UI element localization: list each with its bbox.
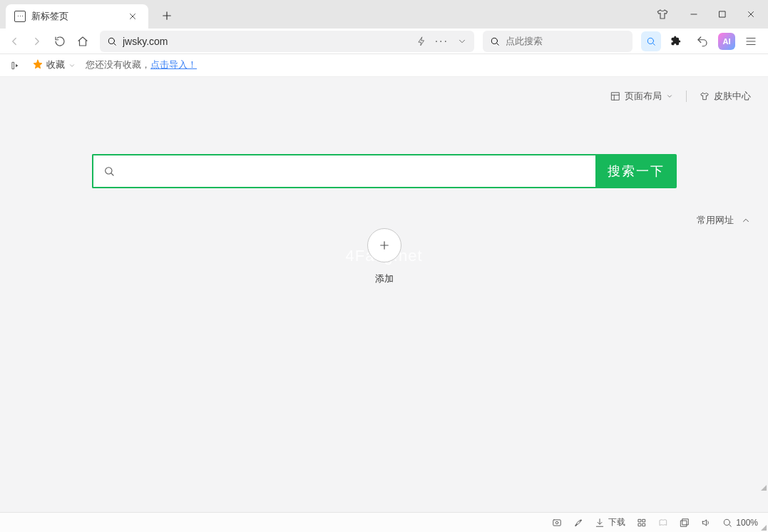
more-icon[interactable]: ··· <box>435 35 449 48</box>
svg-point-8 <box>556 521 559 524</box>
svg-point-15 <box>725 519 730 525</box>
chevron-down-icon[interactable] <box>457 36 467 46</box>
svg-point-1 <box>108 38 114 44</box>
favorites-label: 收藏 <box>46 59 65 71</box>
close-window-button[interactable] <box>737 4 765 24</box>
download-label: 下载 <box>608 516 625 528</box>
nav-toolbar: ··· AI <box>0 29 768 54</box>
url-input[interactable] <box>123 36 411 47</box>
skin-option[interactable]: 皮肤中心 <box>700 90 751 103</box>
frequent-sites-toggle[interactable]: 常用网址 <box>697 214 751 227</box>
extensions-button[interactable] <box>667 31 687 51</box>
layout-option[interactable]: 页面布局 <box>610 90 673 103</box>
reader-button[interactable] <box>658 518 668 528</box>
minimize-button[interactable] <box>680 4 708 24</box>
page-top-options: 页面布局 皮肤中心 <box>610 90 751 103</box>
svg-rect-9 <box>639 519 642 522</box>
svg-point-3 <box>647 38 653 44</box>
forward-button[interactable] <box>27 31 47 51</box>
apps-button[interactable] <box>637 518 647 528</box>
star-icon <box>33 59 43 71</box>
ai-button[interactable]: AI <box>718 33 735 50</box>
layout-label: 页面布局 <box>625 90 662 103</box>
rocket-button[interactable] <box>573 518 583 528</box>
search-submit-button[interactable]: 搜索一下 <box>595 154 677 188</box>
bookmarks-bar: 收藏 您还没有收藏，点击导入！ <box>0 54 768 77</box>
page-content: 页面布局 皮肤中心 搜索一下 常用网址 4Fang.net 添加 <box>0 77 768 512</box>
svg-rect-10 <box>642 519 645 522</box>
zoom-control[interactable]: 100% <box>722 518 758 528</box>
svg-rect-11 <box>639 523 642 526</box>
svg-rect-14 <box>681 521 687 526</box>
browser-tab[interactable]: ⋯ 新标签页 <box>6 4 148 29</box>
maximize-button[interactable] <box>708 4 737 24</box>
svg-rect-5 <box>612 93 620 101</box>
toolbar-search-box[interactable] <box>483 31 633 52</box>
search-icon <box>107 36 117 46</box>
skin-quick-icon[interactable] <box>648 4 677 24</box>
omnibox-actions: ··· <box>416 35 467 48</box>
favorites-button[interactable]: 收藏 <box>33 59 76 71</box>
main-search-field[interactable] <box>92 154 595 188</box>
bookmarks-hint: 您还没有收藏，点击导入！ <box>86 59 197 71</box>
tab-close-button[interactable] <box>126 9 140 24</box>
svg-rect-0 <box>720 11 725 17</box>
add-site-tile: 添加 <box>367 228 401 285</box>
import-link[interactable]: 点击导入！ <box>150 60 197 70</box>
svg-rect-12 <box>642 523 645 526</box>
caret-down-icon <box>68 62 76 69</box>
svg-rect-4 <box>12 62 14 68</box>
svg-point-2 <box>491 38 497 44</box>
plus-icon <box>378 239 391 252</box>
bolt-icon[interactable] <box>416 36 426 46</box>
app-menu-button[interactable] <box>741 31 761 51</box>
svg-rect-7 <box>553 519 561 525</box>
main-search: 搜索一下 <box>92 154 677 188</box>
reload-button[interactable] <box>50 31 70 51</box>
svg-rect-13 <box>682 518 688 524</box>
zoom-icon <box>722 518 732 528</box>
main-search-input[interactable] <box>115 165 585 178</box>
add-site-label: 添加 <box>375 272 394 285</box>
toolbar-search-input[interactable] <box>506 36 625 46</box>
screenshot-button[interactable] <box>552 518 562 528</box>
multi-window-button[interactable] <box>680 518 690 528</box>
frequent-sites-label: 常用网址 <box>697 214 734 227</box>
search-icon <box>490 36 500 46</box>
mute-button[interactable] <box>701 518 711 528</box>
toolbar-right: AI <box>641 31 764 51</box>
download-icon <box>595 518 605 528</box>
home-button[interactable] <box>73 31 93 51</box>
status-bar: 下载 100% <box>0 512 768 532</box>
shirt-icon <box>700 91 710 101</box>
separator <box>686 91 687 102</box>
newtab-favicon: ⋯ <box>14 11 26 22</box>
sidebar-toggle-icon[interactable] <box>9 56 23 76</box>
window-controls <box>680 4 765 24</box>
address-bar[interactable]: ··· <box>100 31 474 52</box>
back-button[interactable] <box>4 31 24 51</box>
add-site-button[interactable] <box>367 228 401 262</box>
svg-point-6 <box>105 168 111 174</box>
search-icon <box>103 165 115 177</box>
window-resize-handle[interactable] <box>759 523 767 531</box>
resize-handle-icon <box>759 484 767 491</box>
undo-button[interactable] <box>692 31 712 51</box>
title-bar: ⋯ 新标签页 <box>0 0 768 29</box>
chevron-up-icon <box>741 215 751 225</box>
layout-icon <box>610 91 620 101</box>
skin-label: 皮肤中心 <box>714 90 751 103</box>
caret-down-icon <box>666 93 673 100</box>
tab-title: 新标签页 <box>31 11 68 23</box>
download-button[interactable]: 下载 <box>595 516 625 528</box>
new-tab-button[interactable] <box>155 4 178 27</box>
zoom-level: 100% <box>736 518 758 528</box>
blue-search-button[interactable] <box>641 31 661 51</box>
